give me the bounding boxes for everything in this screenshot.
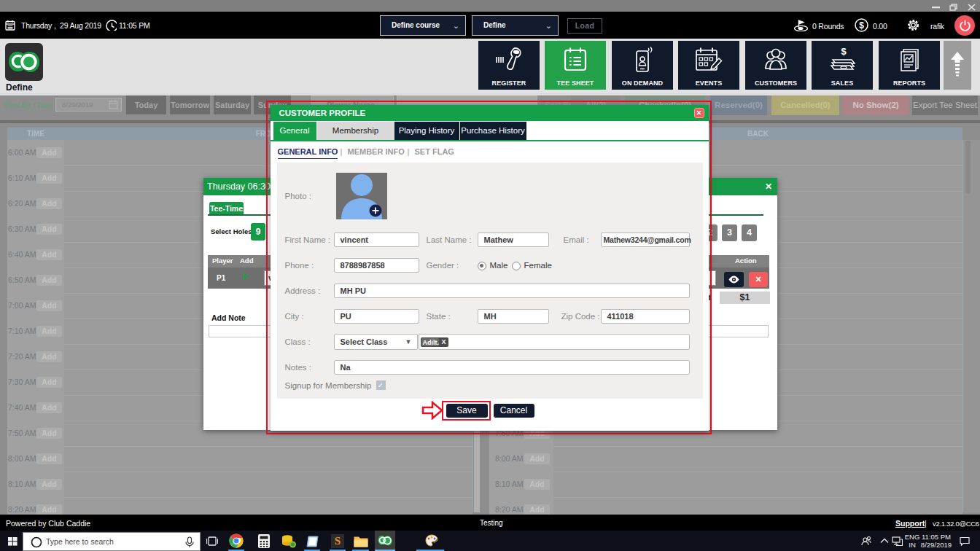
svg-text:$: $ [859, 20, 864, 31]
svg-text:$: $ [841, 47, 847, 57]
